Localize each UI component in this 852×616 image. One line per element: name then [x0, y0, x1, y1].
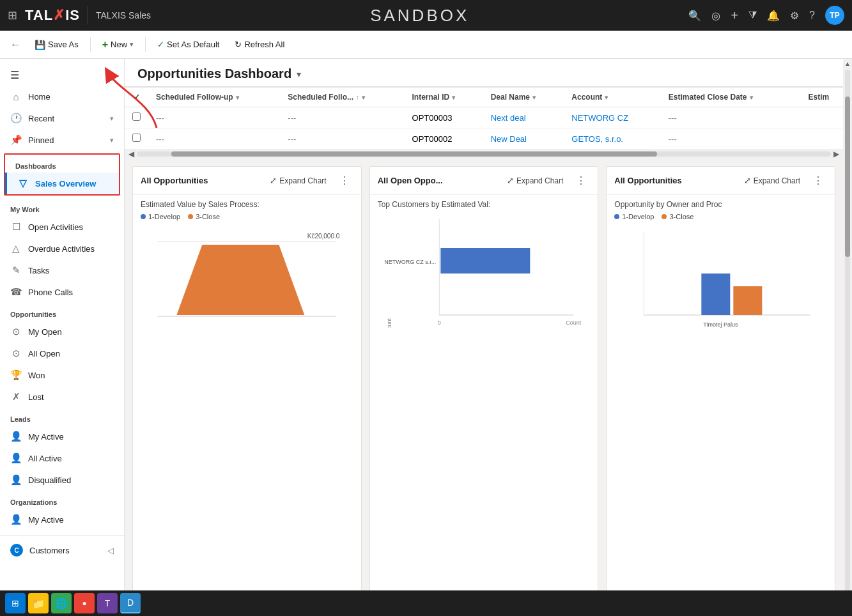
row1-account[interactable]: NETWORG CZ	[564, 107, 660, 128]
th-close-date[interactable]: Estimated Close Date ▾	[661, 88, 794, 107]
sales-overview-label: Sales Overview	[35, 179, 96, 189]
sidebar-item-sales-overview[interactable]: ▽ Sales Overview	[5, 173, 119, 194]
th-check[interactable]: ✓	[125, 88, 148, 107]
row2-checkbox[interactable]	[132, 134, 141, 142]
user-avatar[interactable]: TP	[825, 6, 844, 25]
sidebar-item-overdue-activities[interactable]: △ Overdue Activities	[0, 238, 124, 259]
row2-followup: ---	[148, 128, 280, 150]
row1-close-date: ---	[661, 107, 794, 128]
scroll-left-icon[interactable]: ◀	[126, 150, 137, 158]
sidebar-item-my-open[interactable]: ⊙ My Open	[0, 321, 124, 343]
vertical-scrollbar[interactable]: ▲ ▼	[843, 59, 852, 616]
sidebar-item-pinned[interactable]: 📌 Pinned ▾	[0, 129, 124, 151]
sidebar-item-disqualified[interactable]: 👤 Disqualified	[0, 469, 124, 491]
th-scheduled-followup[interactable]: Scheduled Follow-up ▾	[148, 88, 280, 107]
sidebar-item-my-active[interactable]: 👤 My Active	[0, 426, 124, 447]
bell-icon[interactable]: 🔔	[767, 10, 780, 22]
sidebar-item-lost[interactable]: ✗ Lost	[0, 386, 124, 408]
chart1-body: Estimated Value by Sales Process: 1-Deve…	[133, 195, 361, 608]
v-scroll-thumb[interactable]	[845, 96, 850, 257]
chart-card-2: All Open Oppo... ⤢ Expand Chart ⋮ Top Cu…	[369, 166, 599, 608]
row1-check[interactable]	[125, 107, 148, 128]
chart1-expand-label: Expand Chart	[279, 176, 326, 185]
scroll-right-icon[interactable]: ▶	[831, 150, 842, 158]
sidebar-item-home-label: Home	[28, 92, 50, 102]
tasks-label: Tasks	[28, 266, 49, 275]
row2-account[interactable]: GETOS, s.r.o.	[564, 128, 660, 150]
chart2-x-label-0: 0	[438, 320, 441, 326]
chart2-header: All Open Oppo... ⤢ Expand Chart ⋮	[370, 167, 598, 195]
chart2-more-icon[interactable]: ⋮	[572, 173, 590, 188]
back-button[interactable]: ←	[5, 35, 26, 54]
chart3-legend-2: 3-Close	[662, 213, 693, 220]
command-toolbar: ← 💾 Save As + New ▾ ✓ Set As Default ↻ R…	[0, 31, 852, 59]
th-estim[interactable]: Estim	[794, 88, 843, 107]
settings-icon[interactable]: ⚙	[790, 10, 799, 22]
th-deal-name-label: Deal Name	[491, 93, 530, 102]
horizontal-scrollbar[interactable]: ◀ ▶	[125, 150, 843, 158]
search-icon[interactable]: 🔍	[688, 10, 701, 22]
row1-checkbox[interactable]	[132, 112, 141, 121]
add-icon[interactable]: +	[731, 8, 738, 23]
chart2-expand-button[interactable]: ⤢ Expand Chart	[503, 174, 567, 187]
chart3-expand-button[interactable]: ⤢ Expand Chart	[740, 174, 804, 187]
scroll-up-icon[interactable]: ▲	[843, 59, 852, 68]
home-icon: ⌂	[10, 91, 22, 102]
refresh-all-button[interactable]: ↻ Refresh All	[228, 36, 291, 53]
sidebar-item-won[interactable]: 🏆 Won	[0, 364, 124, 386]
taskbar-icon-active-glyph: D	[127, 597, 134, 608]
target-icon[interactable]: ◎	[711, 10, 720, 22]
sidebar-item-home[interactable]: ⌂ Home	[0, 86, 124, 107]
sidebar-item-tasks[interactable]: ✎ Tasks	[0, 259, 124, 281]
sidebar-item-all-active[interactable]: 👤 All Active	[0, 447, 124, 469]
row1-deal-name[interactable]: Next deal	[483, 107, 564, 128]
sidebar-item-customers[interactable]: C Customers ◁	[0, 539, 124, 562]
sidebar-item-recent[interactable]: 🕐 Recent ▾	[0, 107, 124, 129]
scroll-thumb[interactable]	[171, 151, 657, 157]
taskbar-icon-1[interactable]: 📁	[28, 593, 49, 613]
taskbar-start-button[interactable]: ⊞	[5, 593, 26, 613]
set-default-button[interactable]: ✓ Set As Default	[151, 36, 226, 53]
legend-dot-develop-3	[614, 214, 619, 219]
th-deal-name[interactable]: Deal Name ▾	[483, 88, 564, 107]
sidebar-item-my-active-org[interactable]: 👤 My Active	[0, 509, 124, 530]
won-label: Won	[28, 371, 45, 380]
th-internal-id[interactable]: Internal ID ▾	[405, 88, 483, 107]
dashboard-title: Opportunities Dashboard	[137, 66, 291, 81]
taskbar-icon-4[interactable]: T	[97, 593, 118, 613]
dashboard-dropdown-icon[interactable]: ▾	[297, 69, 301, 79]
legend-dot-close-1	[188, 214, 193, 219]
chart3-bar-close	[734, 286, 763, 315]
sidebar-item-all-open[interactable]: ⊙ All Open	[0, 343, 124, 364]
v-scroll-track[interactable]	[845, 70, 850, 605]
taskbar-icon-2[interactable]: 🌐	[51, 593, 72, 613]
scroll-track[interactable]	[137, 151, 831, 157]
my-work-section-title: My Work	[0, 198, 124, 216]
chart1-more-icon[interactable]: ⋮	[336, 173, 353, 188]
help-icon[interactable]: ?	[809, 10, 815, 21]
row2-deal-name[interactable]: New Deal	[483, 128, 564, 150]
chart3-body: Opportunity by Owner and Proc 1-Develop …	[607, 195, 835, 608]
th-account[interactable]: Account ▾	[564, 88, 660, 107]
chart2-subtitle: Top Customers by Estimated Val:	[378, 200, 591, 209]
sidebar-item-phone-calls[interactable]: ☎ Phone Calls	[0, 281, 124, 303]
taskbar-icon-active[interactable]: D	[120, 593, 141, 613]
row1-estim	[794, 107, 843, 128]
taskbar-icon-3[interactable]: ●	[74, 593, 95, 613]
th-scheduled-followup2[interactable]: Scheduled Follo... ↑ ▾	[280, 88, 404, 107]
chart3-more-icon[interactable]: ⋮	[809, 173, 827, 188]
taskbar-icon-1-glyph: 📁	[32, 597, 45, 610]
save-as-button[interactable]: 💾 Save As	[28, 36, 85, 54]
sidebar-hamburger[interactable]: ☰	[0, 64, 124, 86]
filter-icon[interactable]: ⧩	[748, 10, 757, 21]
row2-check[interactable]	[125, 128, 148, 150]
sidebar-item-open-activities[interactable]: ☐ Open Activities	[0, 216, 124, 238]
chart1-title: All Opportunities	[141, 176, 261, 185]
grid-menu-icon[interactable]: ⊞	[8, 8, 17, 22]
pin-icon: 📌	[10, 134, 22, 146]
chart1-expand-button[interactable]: ⤢ Expand Chart	[266, 174, 330, 187]
row1-followup2: ---	[280, 107, 404, 128]
new-button[interactable]: + New ▾	[96, 35, 140, 54]
opportunities-section-title: Opportunities	[0, 303, 124, 321]
th-scheduled-followup2-label: Scheduled Follo...	[288, 93, 353, 102]
